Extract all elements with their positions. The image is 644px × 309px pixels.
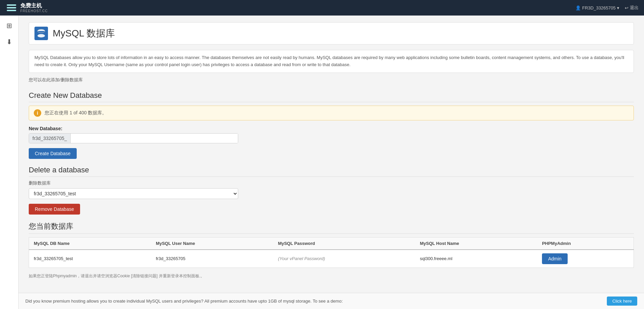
sidebar-download-icon[interactable]: ⬇ [3, 36, 15, 48]
navbar-right: 👤 FR3D_33265705 ▾ ↩ 退出 [575, 5, 639, 11]
alert-text: 您正在使用 1 of 400 数据库。 [45, 110, 107, 116]
create-section-title: Create New Database [29, 91, 634, 102]
svg-rect-2 [7, 7, 16, 8]
delete-select-label: 删除数据库 [29, 180, 634, 186]
usage-alert: i 您正在使用 1 of 400 数据库。 [29, 106, 634, 120]
page-title: MySQL 数据库 [53, 27, 115, 40]
main-content: MySQL 数据库 MySQL Databases allow you to s… [19, 16, 644, 309]
new-database-input[interactable] [71, 134, 238, 143]
sidebar: ⊞ ⬇ [0, 16, 19, 309]
page-header: MySQL 数据库 [29, 22, 634, 45]
description-box: MySQL Databases allow you to store lots … [29, 50, 634, 73]
db-prefix: fr3d_33265705_ [29, 134, 71, 143]
logout-button[interactable]: ↩ 退出 [625, 5, 639, 11]
username-label: FR3D_33265705 [582, 5, 616, 10]
cell-host-name: sql300.freeee.ml [415, 250, 537, 268]
cell-user-name: fr3d_33265705 [151, 250, 273, 268]
sub-description: 您可以在此添加/删除数据库 [29, 76, 634, 84]
brand-name: 免费主机 [20, 2, 48, 9]
brand-icon [5, 2, 18, 14]
delete-database-group: 删除数据库 fr3d_33265705_test [29, 180, 634, 199]
col-db-name: MySQL DB Name [29, 237, 151, 250]
sidebar-grid-icon[interactable]: ⊞ [3, 20, 15, 32]
col-user-name: MySQL User Name [151, 237, 273, 250]
cell-db-name: fr3d_33265705_test [29, 250, 151, 268]
col-password: MySQL Password [273, 237, 415, 250]
svg-point-6 [38, 34, 45, 37]
download-icon: ⬇ [6, 38, 12, 46]
bottom-message: Did you know premium hosting allows you … [25, 299, 343, 304]
description-text: MySQL Databases allow you to store lots … [34, 54, 628, 68]
new-database-group: New Database: fr3d_33265705_ [29, 126, 634, 143]
svg-rect-3 [7, 10, 16, 11]
brand-text: 免费主机 FREEHOST.CC [20, 2, 48, 13]
delete-database-select[interactable]: fr3d_33265705_test [29, 188, 238, 199]
db-input-wrapper: fr3d_33265705_ [29, 133, 238, 143]
footer-note: 如果您正登陆Phpmyadmin，请退出并请空浏览器Cookie [清除链接问题… [29, 272, 634, 280]
mysql-icon [36, 29, 46, 38]
cell-password: (Your vPanel Password) [273, 250, 415, 268]
table-header-row: MySQL DB Name MySQL User Name MySQL Pass… [29, 237, 634, 250]
logout-label: 退出 [630, 5, 639, 11]
navbar: 免费主机 FREEHOST.CC 👤 FR3D_33265705 ▾ ↩ 退出 [0, 0, 644, 16]
brand-sub: FREEHOST.CC [20, 9, 48, 13]
bottom-bar: Did you know premium hosting allows you … [19, 293, 644, 309]
delete-section-title: Delete a database [29, 166, 634, 177]
brand: 免费主机 FREEHOST.CC [5, 2, 48, 14]
current-section-title: 您当前数据库 [29, 221, 634, 234]
new-database-label: New Database: [29, 126, 634, 131]
user-icon: 👤 [575, 5, 581, 10]
col-phpmyadmin: PHPMyAdmin [537, 237, 634, 250]
create-database-button[interactable]: Create Database [29, 148, 77, 159]
table-row: fr3d_33265705_test fr3d_33265705 (Your v… [29, 250, 634, 268]
databases-table: MySQL DB Name MySQL User Name MySQL Pass… [29, 237, 634, 268]
col-host-name: MySQL Host Name [415, 237, 537, 250]
grid-icon: ⊞ [6, 22, 12, 30]
chevron-down-icon: ▾ [617, 5, 619, 10]
admin-button[interactable]: Admin [542, 253, 568, 264]
user-menu[interactable]: 👤 FR3D_33265705 ▾ [575, 5, 619, 10]
cell-admin: Admin [537, 250, 634, 268]
logout-icon: ↩ [625, 5, 628, 10]
remove-database-button[interactable]: Remove Database [29, 204, 80, 215]
svg-rect-1 [7, 4, 16, 6]
click-here-button[interactable]: Click here [607, 297, 637, 306]
alert-icon: i [34, 109, 41, 117]
page-icon [34, 27, 48, 40]
